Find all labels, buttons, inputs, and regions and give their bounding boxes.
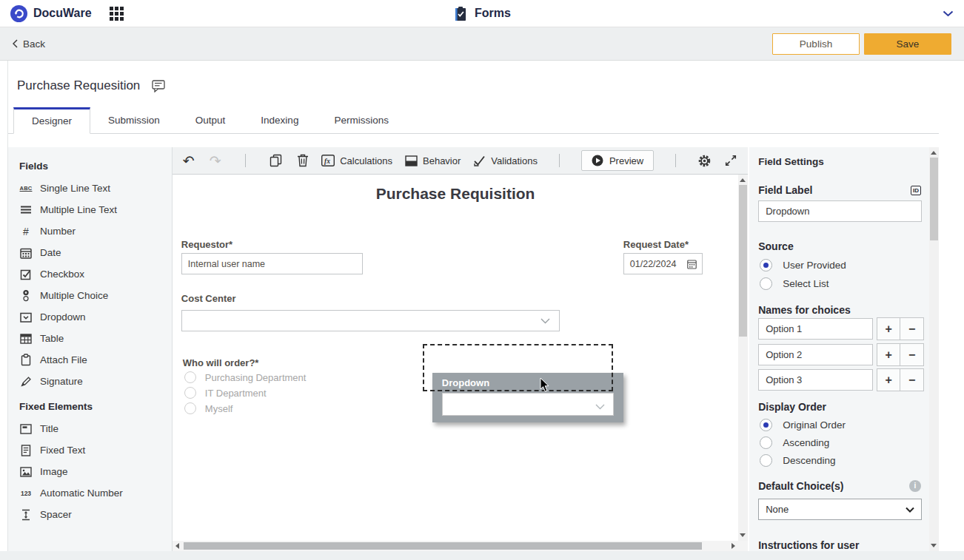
app-title: Forms [453,6,511,21]
scroll-left-arrow[interactable] [175,543,179,549]
remove-choice-button[interactable]: − [900,317,924,340]
sidebar-item-multiple-choice[interactable]: Multiple Choice [8,285,172,306]
cost-center-select[interactable] [181,310,560,331]
radio-select-list[interactable]: Select List [760,277,829,290]
radio-it-department[interactable]: IT Department [184,387,267,399]
tab-submission[interactable]: Submission [90,107,178,133]
publish-button[interactable]: Publish [772,33,860,55]
validations-label: Validations [491,155,538,166]
tab-permissions[interactable]: Permissions [316,107,406,133]
sidebar-item-image[interactable]: Image [8,461,172,482]
sidebar-item-spacer[interactable]: Spacer [8,504,172,525]
docuware-logo-icon [10,5,27,22]
comment-icon[interactable] [152,80,165,92]
radio-user-provided[interactable]: User Provided [760,259,846,271]
tab-designer[interactable]: Designer [13,107,90,134]
choice-input-2[interactable] [758,344,873,365]
choice-input-3[interactable] [758,369,873,391]
chevron-down-icon[interactable] [943,10,954,17]
scroll-up-arrow[interactable] [931,151,937,155]
id-badge[interactable]: ID [911,186,921,195]
choice-input-1[interactable] [758,318,873,340]
remove-choice-button[interactable]: − [900,368,924,391]
save-button[interactable]: Save [864,33,951,55]
radio-ascending[interactable]: Ascending [760,436,829,449]
sidebar-item-signature[interactable]: Signature [8,371,172,392]
radio-descending[interactable]: Descending [760,454,835,467]
radio-original-order[interactable]: Original Order [760,419,846,431]
scroll-right-arrow[interactable] [732,543,735,549]
form-title[interactable]: Purchase Requisition [173,185,738,203]
sidebar-item-automatic-number[interactable]: 123 Automatic Number [8,482,172,504]
remove-choice-button[interactable]: − [900,343,924,366]
toolbar-separator [675,154,676,167]
radio-selected-icon[interactable] [760,419,772,431]
requestor-input[interactable] [181,253,363,274]
sidebar-item-label: Signature [40,376,83,387]
tab-output[interactable]: Output [178,107,244,133]
back-button[interactable]: Back [13,38,45,50]
scroll-down-arrow[interactable] [740,533,746,537]
radio-myself[interactable]: Myself [184,402,233,414]
spacer-icon [19,508,33,521]
radio-icon[interactable] [184,402,196,414]
behavior-button[interactable]: Behavior [405,155,461,166]
add-choice-button[interactable]: + [877,317,900,340]
default-choice-select[interactable]: None [758,499,922,520]
docuware-logo[interactable]: DocuWare [10,5,92,22]
sidebar-item-table[interactable]: Table [8,328,172,349]
checkbox-icon [19,268,33,280]
multiline-icon [19,203,33,216]
apps-grid-icon[interactable] [110,7,124,21]
sidebar-item-fixed-text[interactable]: Fixed Text [8,439,172,461]
settings-gear-button[interactable] [697,154,712,168]
sidebar-item-checkbox[interactable]: Checkbox [8,263,172,285]
behavior-icon [405,155,418,166]
sidebar-item-label: Date [40,247,61,258]
tab-indexing[interactable]: Indexing [243,107,316,133]
field-label-input[interactable] [758,200,922,222]
radio-icon[interactable] [760,436,772,449]
info-icon[interactable]: i [909,480,921,492]
sidebar-item-dropdown[interactable]: Dropdown [8,306,172,328]
scrollbar-thumb[interactable] [739,185,747,337]
add-choice-button[interactable]: + [877,368,900,391]
radio-icon[interactable] [760,277,772,290]
chevron-down-icon [540,318,550,324]
radio-icon[interactable] [184,371,196,383]
sidebar-item-multiple-line-text[interactable]: Multiple Line Text [8,199,172,220]
sidebar-item-number[interactable]: # Number [8,220,172,242]
add-choice-button[interactable]: + [877,343,900,366]
sidebar-item-attach-file[interactable]: Attach File [8,349,172,371]
default-choice-value: None [766,504,789,515]
fullscreen-expand-button[interactable] [724,154,737,167]
panel-vertical-scrollbar[interactable] [929,147,939,551]
datepicker-calendar-icon[interactable] [687,259,697,269]
request-date-input[interactable]: 01/22/2024 [623,253,703,274]
calculations-button[interactable]: fx Calculations [321,155,392,166]
canvas-horizontal-scrollbar[interactable] [173,541,738,551]
scrollbar-thumb[interactable] [184,542,702,550]
scroll-down-arrow[interactable] [931,544,937,547]
app-title-text: Forms [475,7,511,20]
redo-button[interactable]: ↷ [210,154,221,168]
delete-button[interactable] [297,154,309,167]
sidebar-item-single-line-text[interactable]: ABC Single Line Text [8,178,172,199]
radio-purchasing-department[interactable]: Purchasing Department [184,371,307,383]
copy-button[interactable] [270,154,282,167]
undo-button[interactable]: ↶ [183,154,195,168]
who-will-order-label: Who will order?* [183,357,259,368]
validations-button[interactable]: Validations [473,155,538,166]
preview-button[interactable]: Preview [581,150,654,171]
radio-icon[interactable] [760,454,772,467]
dragged-dropdown-element[interactable]: Dropdown [432,373,623,422]
radio-selected-icon[interactable] [760,259,772,271]
scroll-up-arrow[interactable] [740,178,746,182]
radio-label: Ascending [783,437,829,448]
sidebar-item-date[interactable]: Date [8,242,172,263]
scrollbar-thumb[interactable] [930,158,938,240]
radio-icon[interactable] [184,387,196,399]
sidebar-item-title[interactable]: Title [8,418,172,439]
canvas-vertical-scrollbar[interactable] [738,175,748,541]
default-choices-header: Default Choice(s) [758,480,843,492]
